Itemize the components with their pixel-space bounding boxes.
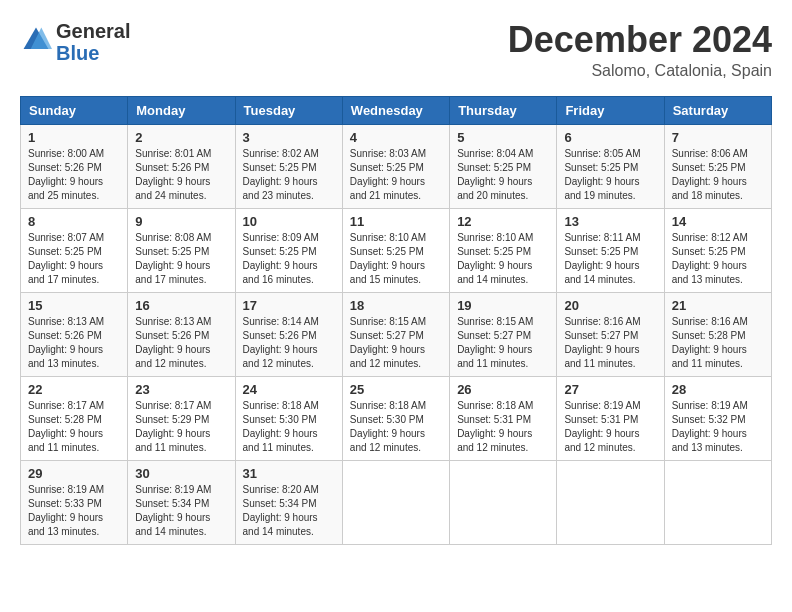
table-row: 17 Sunrise: 8:14 AMSunset: 5:26 PMDaylig…: [235, 292, 342, 376]
table-row: 26 Sunrise: 8:18 AMSunset: 5:31 PMDaylig…: [450, 376, 557, 460]
calendar-header-row: Sunday Monday Tuesday Wednesday Thursday…: [21, 96, 772, 124]
logo: General Blue: [20, 20, 130, 64]
col-thursday: Thursday: [450, 96, 557, 124]
table-row: 6 Sunrise: 8:05 AMSunset: 5:25 PMDayligh…: [557, 124, 664, 208]
empty-cell: [342, 460, 449, 544]
table-row: 1 Sunrise: 8:00 AMSunset: 5:26 PMDayligh…: [21, 124, 128, 208]
table-row: 21 Sunrise: 8:16 AMSunset: 5:28 PMDaylig…: [664, 292, 771, 376]
table-row: 27 Sunrise: 8:19 AMSunset: 5:31 PMDaylig…: [557, 376, 664, 460]
calendar-week-2: 8 Sunrise: 8:07 AMSunset: 5:25 PMDayligh…: [21, 208, 772, 292]
table-row: 20 Sunrise: 8:16 AMSunset: 5:27 PMDaylig…: [557, 292, 664, 376]
table-row: 8 Sunrise: 8:07 AMSunset: 5:25 PMDayligh…: [21, 208, 128, 292]
col-saturday: Saturday: [664, 96, 771, 124]
page-container: General Blue December 2024 Salomo, Catal…: [20, 20, 772, 545]
table-row: 12 Sunrise: 8:10 AMSunset: 5:25 PMDaylig…: [450, 208, 557, 292]
table-row: 9 Sunrise: 8:08 AMSunset: 5:25 PMDayligh…: [128, 208, 235, 292]
col-wednesday: Wednesday: [342, 96, 449, 124]
empty-cell: [557, 460, 664, 544]
logo-text-line2: Blue: [56, 42, 130, 64]
col-sunday: Sunday: [21, 96, 128, 124]
col-monday: Monday: [128, 96, 235, 124]
table-row: 5 Sunrise: 8:04 AMSunset: 5:25 PMDayligh…: [450, 124, 557, 208]
table-row: 13 Sunrise: 8:11 AMSunset: 5:25 PMDaylig…: [557, 208, 664, 292]
table-row: 3 Sunrise: 8:02 AMSunset: 5:25 PMDayligh…: [235, 124, 342, 208]
table-row: 14 Sunrise: 8:12 AMSunset: 5:25 PMDaylig…: [664, 208, 771, 292]
table-row: 18 Sunrise: 8:15 AMSunset: 5:27 PMDaylig…: [342, 292, 449, 376]
table-row: 24 Sunrise: 8:18 AMSunset: 5:30 PMDaylig…: [235, 376, 342, 460]
logo-text-line1: General: [56, 20, 130, 42]
month-title: December 2024: [508, 20, 772, 60]
empty-cell: [450, 460, 557, 544]
table-row: 11 Sunrise: 8:10 AMSunset: 5:25 PMDaylig…: [342, 208, 449, 292]
header: General Blue December 2024 Salomo, Catal…: [20, 20, 772, 80]
table-row: 2 Sunrise: 8:01 AMSunset: 5:26 PMDayligh…: [128, 124, 235, 208]
table-row: 19 Sunrise: 8:15 AMSunset: 5:27 PMDaylig…: [450, 292, 557, 376]
table-row: 10 Sunrise: 8:09 AMSunset: 5:25 PMDaylig…: [235, 208, 342, 292]
table-row: 28 Sunrise: 8:19 AMSunset: 5:32 PMDaylig…: [664, 376, 771, 460]
calendar-week-4: 22 Sunrise: 8:17 AMSunset: 5:28 PMDaylig…: [21, 376, 772, 460]
calendar-week-1: 1 Sunrise: 8:00 AMSunset: 5:26 PMDayligh…: [21, 124, 772, 208]
calendar-week-3: 15 Sunrise: 8:13 AMSunset: 5:26 PMDaylig…: [21, 292, 772, 376]
table-row: 15 Sunrise: 8:13 AMSunset: 5:26 PMDaylig…: [21, 292, 128, 376]
table-row: 25 Sunrise: 8:18 AMSunset: 5:30 PMDaylig…: [342, 376, 449, 460]
logo-icon: [20, 24, 52, 56]
title-block: December 2024 Salomo, Catalonia, Spain: [508, 20, 772, 80]
table-row: 29 Sunrise: 8:19 AMSunset: 5:33 PMDaylig…: [21, 460, 128, 544]
col-friday: Friday: [557, 96, 664, 124]
calendar-table: Sunday Monday Tuesday Wednesday Thursday…: [20, 96, 772, 545]
empty-cell: [664, 460, 771, 544]
table-row: 22 Sunrise: 8:17 AMSunset: 5:28 PMDaylig…: [21, 376, 128, 460]
location-subtitle: Salomo, Catalonia, Spain: [508, 62, 772, 80]
table-row: 7 Sunrise: 8:06 AMSunset: 5:25 PMDayligh…: [664, 124, 771, 208]
table-row: 30 Sunrise: 8:19 AMSunset: 5:34 PMDaylig…: [128, 460, 235, 544]
table-row: 16 Sunrise: 8:13 AMSunset: 5:26 PMDaylig…: [128, 292, 235, 376]
table-row: 31 Sunrise: 8:20 AMSunset: 5:34 PMDaylig…: [235, 460, 342, 544]
col-tuesday: Tuesday: [235, 96, 342, 124]
calendar-week-5: 29 Sunrise: 8:19 AMSunset: 5:33 PMDaylig…: [21, 460, 772, 544]
table-row: 4 Sunrise: 8:03 AMSunset: 5:25 PMDayligh…: [342, 124, 449, 208]
table-row: 23 Sunrise: 8:17 AMSunset: 5:29 PMDaylig…: [128, 376, 235, 460]
